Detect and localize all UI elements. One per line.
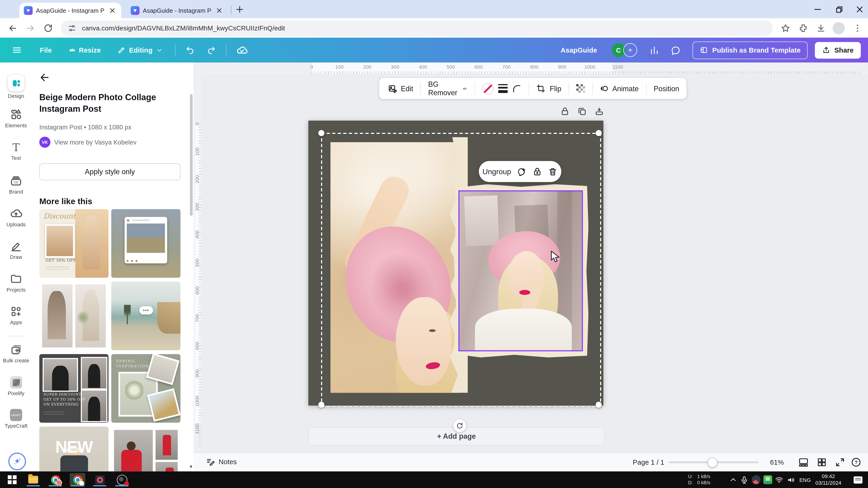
template-thumbnail[interactable]: SUPER DISCOUNT:GET UP TO 50% OFFON EVERY…	[39, 354, 108, 423]
redo-button[interactable]	[206, 45, 216, 55]
view-more-link[interactable]: View more by Vasya Kobelev	[54, 139, 136, 145]
publish-brand-template-button[interactable]: Publish as Brand Template	[692, 41, 808, 59]
grid-view-button[interactable]	[816, 457, 827, 468]
browser-menu-icon[interactable]	[852, 23, 862, 33]
thumbnail-more-button[interactable]: ⋯	[139, 306, 153, 315]
bookmark-star-icon[interactable]	[780, 23, 790, 33]
main-menu-icon[interactable]	[11, 45, 22, 55]
avatar-group[interactable]: C	[612, 43, 637, 57]
bg-remover-button[interactable]: BG Remover	[426, 80, 470, 97]
tray-app-sphere[interactable]	[752, 471, 761, 488]
template-thumbnail[interactable]: ⋯	[111, 282, 181, 350]
extensions-icon[interactable]	[798, 23, 808, 33]
selection-handle-ne[interactable]	[596, 130, 602, 136]
browser-profile-avatar[interactable]	[833, 22, 845, 34]
add-member-button[interactable]	[623, 43, 637, 57]
comment-add-icon[interactable]	[517, 167, 527, 176]
insights-icon[interactable]	[649, 45, 659, 55]
lock-icon[interactable]	[533, 167, 542, 176]
site-settings-icon[interactable]	[67, 24, 76, 33]
sidebar-item-elements[interactable]: Elements	[0, 108, 32, 128]
tray-chevron[interactable]	[729, 471, 737, 488]
template-thumbnail[interactable]: NEW	[39, 426, 108, 471]
zoom-slider-thumb[interactable]	[707, 458, 717, 467]
new-tab-button[interactable]	[235, 4, 245, 14]
tab-close-icon[interactable]	[108, 6, 117, 15]
ungroup-button[interactable]: Ungroup	[483, 167, 512, 176]
template-thumbnail[interactable]	[111, 426, 181, 471]
template-thumbnail[interactable]	[111, 209, 181, 278]
taskbar-obs[interactable]	[114, 473, 129, 486]
template-thumbnail[interactable]: Discount GET 30% OFF	[39, 209, 108, 278]
magic-assistant-button[interactable]	[8, 453, 26, 470]
browser-tab-inactive[interactable]: ♥ AsapGuide - Instagram Post - C	[126, 3, 228, 19]
zoom-slider[interactable]	[669, 461, 758, 463]
taskbar-recorder-app[interactable]	[92, 473, 107, 486]
designer-row[interactable]: VK View more by Vasya Kobelev	[39, 137, 136, 148]
transparency-button[interactable]	[574, 84, 587, 93]
delete-icon[interactable]	[548, 167, 558, 176]
file-menu[interactable]: File	[40, 46, 52, 54]
window-restore-button[interactable]	[834, 4, 843, 14]
tray-volume[interactable]	[786, 471, 795, 488]
clock[interactable]: 09:4203/11/2024	[815, 471, 841, 488]
tray-wifi[interactable]	[775, 471, 783, 488]
position-button[interactable]: Position	[651, 85, 681, 93]
sidebar-item-design[interactable]: Design	[0, 75, 32, 99]
sidebar-item-apps[interactable]: Apps	[0, 305, 32, 325]
selection-handle-nw[interactable]	[318, 130, 324, 136]
tray-app-green[interactable]	[763, 471, 772, 488]
forward-button[interactable]	[26, 23, 35, 33]
sidebar-item-bulk-create[interactable]: Bulk create	[0, 344, 32, 363]
crop-button[interactable]	[534, 84, 548, 93]
reload-button[interactable]	[43, 23, 53, 33]
sidebar-item-brand[interactable]: co Brand	[0, 175, 32, 195]
edit-image-button[interactable]: Edit	[386, 84, 415, 93]
back-button[interactable]	[8, 23, 18, 33]
flip-button[interactable]: Flip	[548, 85, 563, 93]
window-close-button[interactable]	[855, 4, 865, 14]
sidebar-item-pixelify[interactable]: Pixelify	[0, 376, 32, 396]
language-indicator[interactable]: ENG	[799, 471, 811, 488]
photo-right-element-selected[interactable]	[458, 190, 583, 351]
sidebar-item-projects[interactable]: Projects	[0, 273, 32, 293]
rotate-page-button[interactable]	[453, 419, 466, 432]
template-thumbnail[interactable]: SPRINGINSPIRATION	[111, 354, 181, 423]
template-thumbnail[interactable]	[39, 282, 108, 350]
fullscreen-button[interactable]	[835, 457, 845, 468]
tray-mic[interactable]	[740, 471, 748, 488]
panel-back-button[interactable]	[39, 72, 51, 83]
notification-center[interactable]	[854, 471, 863, 488]
start-button[interactable]	[4, 473, 20, 486]
url-field[interactable]: canva.com/design/DAGVNLBxLZM/i8mMhM_kwyC…	[61, 20, 773, 36]
border-style-button[interactable]	[496, 84, 510, 93]
border-color-button[interactable]	[480, 83, 496, 94]
duplicate-page-button[interactable]	[578, 107, 587, 116]
apply-style-button[interactable]: Apply style only	[39, 163, 181, 181]
sidebar-item-draw[interactable]: Draw	[0, 240, 32, 260]
corner-rounding-button[interactable]	[510, 84, 524, 93]
sidebar-item-typecraft[interactable]: cRAFT TypeCraft	[0, 409, 32, 429]
selection-handle-se[interactable]	[596, 402, 602, 408]
browser-tab-active[interactable]: ♥ AsapGuide - Instagram Post	[19, 3, 121, 19]
download-icon[interactable]	[816, 23, 826, 33]
animate-button[interactable]: Animate	[598, 84, 641, 93]
taskbar-chrome-2-active[interactable]	[70, 473, 85, 486]
panel-scroll-down-arrow[interactable]: ▼	[189, 464, 193, 469]
pages-view-button[interactable]	[798, 457, 809, 468]
comments-icon[interactable]	[671, 45, 681, 55]
window-minimize-button[interactable]	[813, 4, 823, 14]
help-button[interactable]: ?	[851, 457, 861, 468]
undo-button[interactable]	[185, 45, 195, 55]
notes-button[interactable]: Notes	[206, 458, 237, 466]
taskbar-file-explorer[interactable]	[26, 473, 41, 486]
share-button[interactable]: Share	[815, 42, 861, 58]
tab-close-icon[interactable]	[215, 6, 224, 15]
sidebar-item-uploads[interactable]: Uploads	[0, 207, 32, 227]
editing-mode-dropdown[interactable]: Editing	[118, 46, 162, 54]
panel-scrollbar[interactable]	[190, 94, 193, 216]
lock-page-button[interactable]	[560, 107, 569, 116]
taskbar-chrome-1[interactable]	[48, 473, 63, 486]
sidebar-item-text[interactable]: T Text	[0, 141, 32, 161]
selection-handle-sw[interactable]	[318, 402, 324, 408]
